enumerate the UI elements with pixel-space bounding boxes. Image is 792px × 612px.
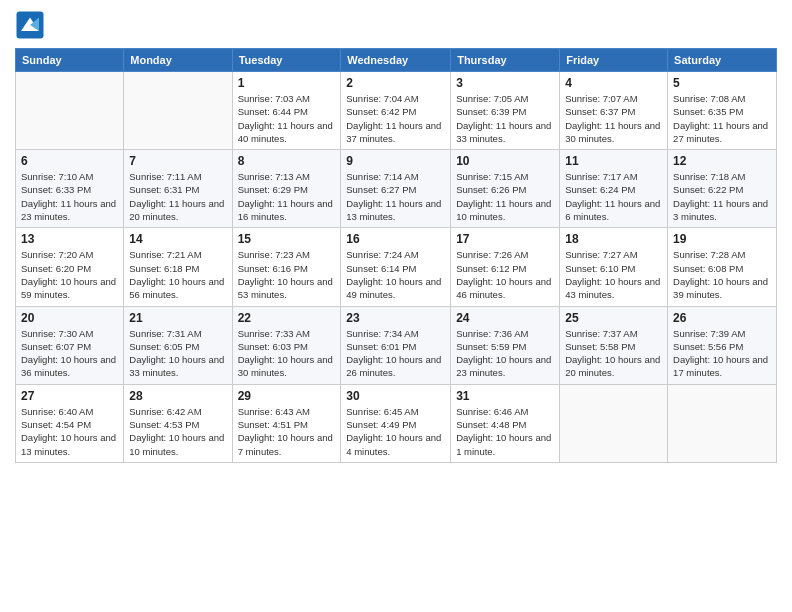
col-header-thursday: Thursday [451,49,560,72]
sunrise-text: Sunrise: 7:28 AM [673,249,745,260]
day-info: Sunrise: 7:33 AMSunset: 6:03 PMDaylight:… [238,327,336,380]
day-info: Sunrise: 7:23 AMSunset: 6:16 PMDaylight:… [238,248,336,301]
calendar-cell: 2Sunrise: 7:04 AMSunset: 6:42 PMDaylight… [341,72,451,150]
sunrise-text: Sunrise: 6:42 AM [129,406,201,417]
sunset-text: Sunset: 6:01 PM [346,341,416,352]
day-number: 27 [21,389,118,403]
calendar-cell: 1Sunrise: 7:03 AMSunset: 6:44 PMDaylight… [232,72,341,150]
sunset-text: Sunset: 6:07 PM [21,341,91,352]
day-number: 13 [21,232,118,246]
calendar-cell: 13Sunrise: 7:20 AMSunset: 6:20 PMDayligh… [16,228,124,306]
calendar-cell: 16Sunrise: 7:24 AMSunset: 6:14 PMDayligh… [341,228,451,306]
day-info: Sunrise: 7:31 AMSunset: 6:05 PMDaylight:… [129,327,226,380]
daylight-text: Daylight: 10 hours and 36 minutes. [21,354,116,378]
day-info: Sunrise: 7:04 AMSunset: 6:42 PMDaylight:… [346,92,445,145]
day-number: 24 [456,311,554,325]
day-number: 31 [456,389,554,403]
calendar-cell: 26Sunrise: 7:39 AMSunset: 5:56 PMDayligh… [668,306,777,384]
calendar-cell: 29Sunrise: 6:43 AMSunset: 4:51 PMDayligh… [232,384,341,462]
sunrise-text: Sunrise: 7:11 AM [129,171,201,182]
sunset-text: Sunset: 6:10 PM [565,263,635,274]
col-header-friday: Friday [560,49,668,72]
daylight-text: Daylight: 10 hours and 4 minutes. [346,432,441,456]
sunrise-text: Sunrise: 7:24 AM [346,249,418,260]
sunset-text: Sunset: 6:42 PM [346,106,416,117]
day-number: 15 [238,232,336,246]
sunrise-text: Sunrise: 7:07 AM [565,93,637,104]
sunrise-text: Sunrise: 7:23 AM [238,249,310,260]
day-info: Sunrise: 7:17 AMSunset: 6:24 PMDaylight:… [565,170,662,223]
sunset-text: Sunset: 4:53 PM [129,419,199,430]
logo [15,10,49,40]
day-number: 25 [565,311,662,325]
daylight-text: Daylight: 10 hours and 56 minutes. [129,276,224,300]
day-number: 9 [346,154,445,168]
daylight-text: Daylight: 10 hours and 20 minutes. [565,354,660,378]
calendar-table: SundayMondayTuesdayWednesdayThursdayFrid… [15,48,777,463]
calendar-week-2: 13Sunrise: 7:20 AMSunset: 6:20 PMDayligh… [16,228,777,306]
daylight-text: Daylight: 11 hours and 40 minutes. [238,120,333,144]
sunrise-text: Sunrise: 7:20 AM [21,249,93,260]
calendar-cell: 12Sunrise: 7:18 AMSunset: 6:22 PMDayligh… [668,150,777,228]
day-info: Sunrise: 7:30 AMSunset: 6:07 PMDaylight:… [21,327,118,380]
calendar-header-row: SundayMondayTuesdayWednesdayThursdayFrid… [16,49,777,72]
day-number: 21 [129,311,226,325]
calendar-cell: 18Sunrise: 7:27 AMSunset: 6:10 PMDayligh… [560,228,668,306]
sunrise-text: Sunrise: 7:04 AM [346,93,418,104]
day-info: Sunrise: 7:26 AMSunset: 6:12 PMDaylight:… [456,248,554,301]
sunrise-text: Sunrise: 6:46 AM [456,406,528,417]
sunset-text: Sunset: 6:24 PM [565,184,635,195]
sunset-text: Sunset: 6:26 PM [456,184,526,195]
sunrise-text: Sunrise: 7:18 AM [673,171,745,182]
sunrise-text: Sunrise: 7:31 AM [129,328,201,339]
day-info: Sunrise: 7:36 AMSunset: 5:59 PMDaylight:… [456,327,554,380]
daylight-text: Daylight: 11 hours and 30 minutes. [565,120,660,144]
day-number: 11 [565,154,662,168]
sunset-text: Sunset: 6:29 PM [238,184,308,195]
sunset-text: Sunset: 4:48 PM [456,419,526,430]
daylight-text: Daylight: 10 hours and 43 minutes. [565,276,660,300]
sunset-text: Sunset: 5:58 PM [565,341,635,352]
sunset-text: Sunset: 6:33 PM [21,184,91,195]
daylight-text: Daylight: 11 hours and 10 minutes. [456,198,551,222]
col-header-sunday: Sunday [16,49,124,72]
col-header-wednesday: Wednesday [341,49,451,72]
sunrise-text: Sunrise: 7:27 AM [565,249,637,260]
sunset-text: Sunset: 6:16 PM [238,263,308,274]
day-info: Sunrise: 7:14 AMSunset: 6:27 PMDaylight:… [346,170,445,223]
day-info: Sunrise: 6:43 AMSunset: 4:51 PMDaylight:… [238,405,336,458]
sunrise-text: Sunrise: 7:15 AM [456,171,528,182]
daylight-text: Daylight: 10 hours and 17 minutes. [673,354,768,378]
calendar-cell [124,72,232,150]
sunset-text: Sunset: 6:14 PM [346,263,416,274]
sunrise-text: Sunrise: 7:17 AM [565,171,637,182]
calendar-cell: 20Sunrise: 7:30 AMSunset: 6:07 PMDayligh… [16,306,124,384]
day-number: 14 [129,232,226,246]
day-info: Sunrise: 7:07 AMSunset: 6:37 PMDaylight:… [565,92,662,145]
day-number: 26 [673,311,771,325]
day-number: 19 [673,232,771,246]
calendar-cell: 8Sunrise: 7:13 AMSunset: 6:29 PMDaylight… [232,150,341,228]
day-number: 4 [565,76,662,90]
day-number: 20 [21,311,118,325]
sunrise-text: Sunrise: 7:05 AM [456,93,528,104]
calendar-cell: 11Sunrise: 7:17 AMSunset: 6:24 PMDayligh… [560,150,668,228]
day-info: Sunrise: 6:46 AMSunset: 4:48 PMDaylight:… [456,405,554,458]
daylight-text: Daylight: 11 hours and 3 minutes. [673,198,768,222]
sunrise-text: Sunrise: 7:34 AM [346,328,418,339]
day-info: Sunrise: 7:39 AMSunset: 5:56 PMDaylight:… [673,327,771,380]
calendar-cell: 23Sunrise: 7:34 AMSunset: 6:01 PMDayligh… [341,306,451,384]
day-number: 28 [129,389,226,403]
sunrise-text: Sunrise: 7:21 AM [129,249,201,260]
daylight-text: Daylight: 11 hours and 37 minutes. [346,120,441,144]
day-info: Sunrise: 6:42 AMSunset: 4:53 PMDaylight:… [129,405,226,458]
calendar-cell [16,72,124,150]
day-info: Sunrise: 7:27 AMSunset: 6:10 PMDaylight:… [565,248,662,301]
day-info: Sunrise: 7:10 AMSunset: 6:33 PMDaylight:… [21,170,118,223]
calendar-cell: 3Sunrise: 7:05 AMSunset: 6:39 PMDaylight… [451,72,560,150]
calendar-cell: 4Sunrise: 7:07 AMSunset: 6:37 PMDaylight… [560,72,668,150]
sunset-text: Sunset: 6:20 PM [21,263,91,274]
sunset-text: Sunset: 6:05 PM [129,341,199,352]
day-number: 29 [238,389,336,403]
day-info: Sunrise: 7:21 AMSunset: 6:18 PMDaylight:… [129,248,226,301]
